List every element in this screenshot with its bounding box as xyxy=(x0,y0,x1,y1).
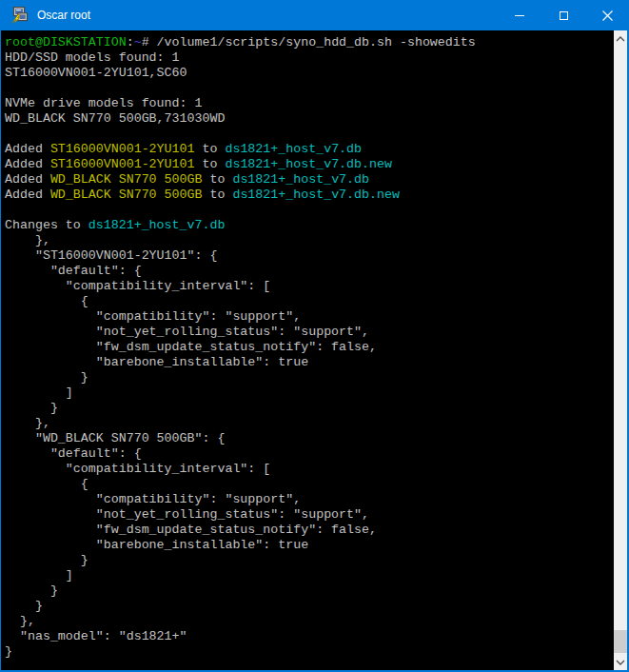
terminal-line: "WD_BLACK SN770 500GB": { xyxy=(5,431,614,446)
terminal-line: }, xyxy=(5,614,614,629)
terminal-line: } xyxy=(5,553,614,568)
chevron-up-icon xyxy=(616,36,625,42)
terminal-line: "not_yet_rolling_status": "support", xyxy=(5,325,614,340)
terminal-line: } xyxy=(5,583,614,599)
terminal-line: "nas_model": "ds1821+" xyxy=(5,629,614,644)
terminal-line xyxy=(5,127,614,142)
terminal-line xyxy=(5,81,614,96)
terminal-output[interactable]: root@DISKSTATION:~# /volume1/scripts/syn… xyxy=(1,30,614,670)
terminal-line: } xyxy=(5,370,614,385)
terminal-line: "barebone_installable": true xyxy=(5,538,614,553)
terminal-line: Added WD_BLACK SN770 500GB to ds1821+_ho… xyxy=(5,172,614,188)
terminal-line: HDD/SSD models found: 1 xyxy=(5,50,614,66)
terminal-line: Added ST16000VN001-2YU101 to ds1821+_hos… xyxy=(5,157,614,172)
terminal-line: "not_yet_rolling_status": "support", xyxy=(5,507,614,523)
terminal-line: }, xyxy=(5,233,614,248)
terminal-line: { xyxy=(5,294,614,309)
chevron-down-icon xyxy=(616,660,625,665)
close-button[interactable] xyxy=(585,0,629,30)
terminal-line: "compatibility_interval": [ xyxy=(5,462,614,477)
terminal-line: "default": { xyxy=(5,446,614,462)
terminal-line: "fw_dsm_update_status_notify": false, xyxy=(5,523,614,538)
scroll-down-button[interactable] xyxy=(614,654,627,670)
terminal-line: ] xyxy=(5,568,614,583)
minimize-icon xyxy=(515,15,524,16)
minimize-button[interactable] xyxy=(498,0,541,30)
title-bar[interactable]: Oscar root xyxy=(0,0,629,30)
putty-window: Oscar root root@DISKSTATION:~# /volume1/… xyxy=(0,0,629,672)
terminal-line: ] xyxy=(5,385,614,401)
maximize-button[interactable] xyxy=(541,0,585,30)
terminal-line: } xyxy=(5,599,614,614)
terminal-line: } xyxy=(5,644,614,660)
terminal-line: root@DISKSTATION:~# /volume1/scripts/syn… xyxy=(5,35,614,50)
terminal-line: "compatibility": "support", xyxy=(5,492,614,507)
putty-icon[interactable] xyxy=(10,7,28,24)
window-title: Oscar root xyxy=(37,9,90,22)
terminal-line: Added ST16000VN001-2YU101 to ds1821+_hos… xyxy=(5,142,614,157)
scroll-up-button[interactable] xyxy=(614,30,627,47)
terminal-line: "ST16000VN001-2YU101": { xyxy=(5,248,614,264)
terminal-line: "fw_dsm_update_status_notify": false, xyxy=(5,340,614,355)
window-controls xyxy=(498,0,629,30)
scrollbar-thumb[interactable] xyxy=(614,630,627,653)
terminal-line: Added WD_BLACK SN770 500GB to ds1821+_ho… xyxy=(5,188,614,203)
maximize-icon xyxy=(560,11,568,20)
terminal-line: }, xyxy=(5,416,614,431)
terminal-line: "default": { xyxy=(5,264,614,279)
terminal-line: } xyxy=(5,401,614,416)
terminal-line: "compatibility": "support", xyxy=(5,309,614,325)
terminal-line: "compatibility_interval": [ xyxy=(5,279,614,294)
terminal-line xyxy=(5,203,614,218)
terminal-line: { xyxy=(5,477,614,492)
terminal-line: WD_BLACK SN770 500GB,731030WD xyxy=(5,111,614,127)
terminal-line: ST16000VN001-2YU101,SC60 xyxy=(5,66,614,81)
scrollbar[interactable] xyxy=(614,30,627,670)
terminal-line: Changes to ds1821+_host_v7.db xyxy=(5,218,614,233)
client-area: root@DISKSTATION:~# /volume1/scripts/syn… xyxy=(1,30,627,670)
terminal-line: NVMe drive models found: 1 xyxy=(5,96,614,111)
close-icon xyxy=(602,10,613,21)
terminal-line: "barebone_installable": true xyxy=(5,355,614,370)
